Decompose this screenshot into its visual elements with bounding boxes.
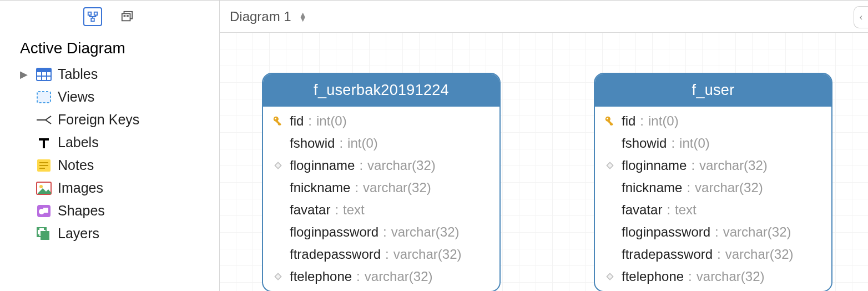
diagram-canvas[interactable]: f_userbak20191224fid: int(0)fshowid: int… [220,33,868,291]
svg-point-21 [39,185,43,188]
column-name: floginpassword [622,224,710,240]
column-name: ftelephone [622,269,684,284]
table-icon [36,67,52,82]
sidebar-item-foreign-keys[interactable]: Foreign Keys [20,108,208,131]
column-type: varchar(32) [695,180,763,195]
column-type: varchar(32) [367,158,436,173]
entity-table[interactable]: f_userbak20191224fid: int(0)fshowid: int… [262,73,501,291]
column-name: favatar [622,202,662,218]
column-name: ftelephone [290,269,352,284]
entity-table[interactable]: f_userfid: int(0)fshowid: int(0)floginna… [594,73,832,291]
entity-column-row[interactable]: ftelephone: varchar(32) [263,265,499,288]
entity-column-row[interactable]: fid: int(0) [595,110,831,132]
sidebar-item-notes[interactable]: Notes [20,154,208,177]
column-name: fshowid [622,136,667,151]
index-diamond-icon [271,161,285,170]
svg-rect-0 [88,12,91,16]
sidebar-item-label: Shapes [58,203,105,219]
colon: : [667,202,670,218]
sidebar-item-label: Notes [58,157,94,173]
svg-rect-34 [275,162,281,168]
svg-line-14 [46,116,51,120]
colon: : [640,113,644,129]
entity-column-row[interactable]: floginname: varchar(32) [595,154,831,177]
colon: : [308,113,312,129]
column-type: varchar(32) [697,269,765,284]
column-type: varchar(32) [725,247,794,262]
key-icon [271,115,285,127]
column-name: favatar [290,202,330,218]
expand-panel-button[interactable]: ‹ [854,6,868,28]
svg-rect-8 [37,68,51,72]
colon: : [717,247,721,262]
sidebar-item-layers[interactable]: Layers [20,222,208,245]
column-type: text [675,202,697,218]
column-type: int(0) [679,136,710,151]
entity-column-row[interactable]: fnickname: varchar(32) [263,177,499,199]
view-icon [36,90,52,104]
model-tree-toggle[interactable] [83,7,102,26]
note-icon [36,158,52,173]
svg-rect-6 [127,15,129,17]
column-name: fnickname [290,180,350,195]
svg-rect-40 [607,162,613,168]
column-type: varchar(32) [699,158,768,173]
svg-line-15 [46,120,51,124]
column-name: fid [290,113,304,129]
entity-column-row[interactable]: ftelephone: varchar(32) [595,265,831,288]
entity-title[interactable]: f_user [595,74,831,107]
entity-column-row[interactable]: floginname: varchar(32) [263,154,499,177]
sidebar-item-tables[interactable]: ▶ Tables [20,63,208,86]
sidebar-item-images[interactable]: Images [20,177,208,199]
column-type: text [343,202,365,218]
diagram-tab[interactable]: Diagram 1 ▲▼ [230,9,307,24]
entity-column-row[interactable]: floginpassword: varchar(32) [595,221,831,243]
key-icon [603,115,617,127]
column-name: fnickname [622,180,682,195]
entity-column-row[interactable]: favatar: text [263,199,499,221]
app-root: Active Diagram ▶ Tables Views [0,0,868,291]
diagram-list-toggle[interactable] [118,7,137,26]
column-name: fshowid [290,136,335,151]
svg-rect-4 [122,14,130,21]
fk-icon [36,113,52,127]
svg-rect-12 [37,92,51,103]
entity-column-row[interactable]: fshowid: int(0) [263,132,499,154]
entity-column-row[interactable]: fnickname: varchar(32) [595,177,831,199]
entity-column-row[interactable]: favatar: text [595,199,831,221]
colon: : [339,136,343,151]
column-type: varchar(32) [393,247,462,262]
entity-column-row[interactable]: fid: int(0) [263,110,499,132]
entity-column-row[interactable]: fshowid: int(0) [595,132,831,154]
column-type: varchar(32) [363,180,431,195]
diagram-tab-label: Diagram 1 [230,9,291,24]
column-name: floginname [290,158,355,173]
sidebar-item-labels[interactable]: Labels [20,131,208,154]
column-name: floginpassword [290,224,379,240]
colon: : [385,247,389,262]
column-type: varchar(32) [365,269,433,284]
sidebar-item-views[interactable]: Views [20,86,208,108]
entity-column-row[interactable]: ftradepassword: varchar(32) [595,243,831,265]
sidebar-toolbar [0,1,219,33]
entity-title[interactable]: f_userbak20191224 [263,74,499,107]
colon: : [383,224,387,240]
hierarchy-icon [87,11,99,23]
label-icon [36,136,52,150]
column-name: ftradepassword [622,247,713,262]
svg-rect-27 [37,228,39,230]
chevron-left-icon: ‹ [860,12,862,22]
sidebar-item-label: Layers [58,225,99,242]
diagram-tabbar: Diagram 1 ▲▼ ‹ [220,1,868,33]
svg-rect-41 [607,273,613,279]
svg-rect-24 [43,208,48,213]
tab-stepper-icon[interactable]: ▲▼ [299,12,307,21]
column-name: ftradepassword [290,247,381,262]
sidebar-item-shapes[interactable]: Shapes [20,199,208,222]
stack-icon [120,11,134,23]
index-diamond-icon [271,272,285,281]
image-icon [36,181,52,195]
entity-column-row[interactable]: ftradepassword: varchar(32) [263,243,499,265]
sidebar-tree: ▶ Tables Views [20,63,208,245]
entity-column-row[interactable]: floginpassword: varchar(32) [263,221,499,243]
